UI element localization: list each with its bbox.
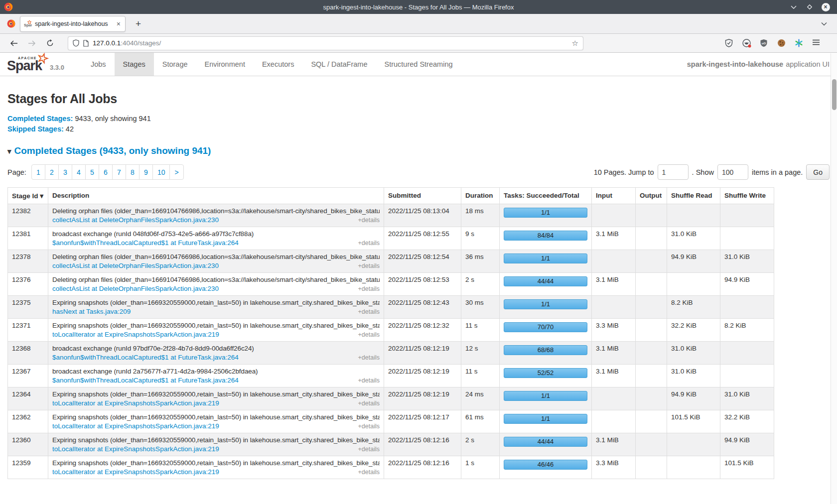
stages-table: Stage Id ▾ Description Submitted Duratio… (7, 187, 774, 479)
cookie-extension-icon[interactable] (777, 39, 786, 48)
stage-detail-link[interactable]: collectAsList at DeleteOrphanFilesSparkA… (52, 262, 219, 269)
page-button-1[interactable]: 1 (31, 164, 45, 180)
stage-detail-link[interactable]: toLocalIterator at ExpireSnapshotsSparkA… (52, 445, 219, 453)
page-button-8[interactable]: 8 (126, 164, 140, 180)
details-toggle[interactable]: +details (358, 308, 380, 315)
window-maximize-button[interactable] (805, 2, 814, 11)
stage-description: Expiring snapshots (older_than=166932055… (52, 413, 380, 421)
details-toggle[interactable]: +details (358, 285, 380, 292)
stage-detail-link[interactable]: $anonfun$withThreadLocalCaptured$1 at Fu… (52, 239, 239, 247)
nav-tab-stages[interactable]: Stages (115, 53, 154, 76)
stage-detail-link[interactable]: toLocalIterator at ExpireSnapshotsSparkA… (52, 468, 219, 476)
stage-detail-link[interactable]: $anonfun$withThreadLocalCaptured$1 at Fu… (52, 354, 239, 361)
spark-logo[interactable]: APACHE Spark ☆ 3.3.0 (0, 53, 71, 76)
colorful-asterisk-extension-icon[interactable] (795, 39, 804, 48)
header-input[interactable]: Input (592, 188, 636, 204)
nav-tab-sql-dataframe[interactable]: SQL / DataFrame (302, 53, 376, 76)
nav-tab-environment[interactable]: Environment (196, 53, 254, 76)
page-button-4[interactable]: 4 (72, 164, 86, 180)
details-toggle[interactable]: +details (358, 331, 380, 338)
page-button-5[interactable]: 5 (85, 164, 99, 180)
nav-tab-structured-streaming[interactable]: Structured Streaming (376, 53, 461, 76)
stage-id-cell: 12364 (8, 387, 48, 410)
page-button-2[interactable]: 2 (45, 164, 59, 180)
header-duration[interactable]: Duration (461, 188, 500, 204)
stage-detail-link[interactable]: toLocalIterator at ExpireSnapshotsSparkA… (52, 331, 219, 338)
details-toggle[interactable]: +details (358, 377, 380, 384)
stage-id-cell: 12382 (8, 204, 48, 227)
shuffle-read-cell: 32.2 KiB (667, 319, 720, 342)
page-info-icon[interactable] (83, 40, 89, 47)
stage-description: Expiring snapshots (older_than=166932055… (52, 459, 380, 467)
details-toggle[interactable]: +details (358, 262, 380, 269)
bookmark-star-icon[interactable]: ☆ (572, 39, 578, 48)
application-ui-label: spark-ingest-into-lakehouse application … (687, 53, 837, 76)
tasks-cell: 68/68 (500, 342, 592, 365)
shuffle-read-cell: 31.0 KiB (667, 365, 720, 387)
stage-description: Deleting orphan files (older_than=166910… (52, 276, 380, 283)
header-shuffle-write[interactable]: Shuffle Write (720, 188, 774, 204)
page-button-group: 12345678910> (31, 164, 184, 180)
stage-id-cell: 12381 (8, 227, 48, 250)
nav-tab-jobs[interactable]: Jobs (82, 53, 115, 76)
duration-cell: 18 ms (461, 204, 500, 227)
stage-detail-link[interactable]: hasNext at Tasks.java:209 (52, 308, 131, 315)
reload-button[interactable] (43, 36, 57, 50)
stage-row: 12359Expiring snapshots (older_than=1669… (8, 456, 774, 479)
page-button-10[interactable]: 10 (152, 164, 170, 180)
back-button[interactable] (7, 36, 21, 50)
page-button-7[interactable]: 7 (112, 164, 126, 180)
go-button[interactable]: Go (806, 164, 830, 180)
browser-toolbar: 127.0.0.1:4040/stages/ ☆ uO (0, 34, 837, 53)
details-toggle[interactable]: +details (358, 217, 380, 224)
input-cell: 3.1 MiB (592, 433, 636, 456)
stage-row: 12375Expiring snapshots (older_than=1669… (8, 296, 774, 319)
shield-check-extension-icon[interactable] (725, 39, 734, 48)
ublock-shield-extension-icon[interactable]: uO (760, 39, 769, 48)
menu-icon[interactable] (812, 39, 821, 48)
mask-extension-icon[interactable] (742, 39, 751, 48)
tracking-protection-shield-icon[interactable] (73, 39, 79, 47)
window-minimize-button[interactable] (789, 2, 798, 11)
nav-tab-executors[interactable]: Executors (254, 53, 302, 76)
stage-detail-link[interactable]: collectAsList at DeleteOrphanFilesSparkA… (52, 216, 219, 224)
items-per-page-input[interactable] (717, 164, 748, 180)
page-button-6[interactable]: 6 (99, 164, 113, 180)
header-submitted[interactable]: Submitted (384, 188, 461, 204)
duration-cell: 61 ms (461, 410, 500, 433)
stage-detail-link[interactable]: toLocalIterator at ExpireSnapshotsSparkA… (52, 422, 219, 430)
header-output[interactable]: Output (636, 188, 667, 204)
jump-to-page-input[interactable] (658, 164, 689, 180)
next-page-button[interactable]: > (169, 164, 183, 180)
page-button-9[interactable]: 9 (139, 164, 153, 180)
browser-tab[interactable]: Spark spark-ingest-into-lakehous × (20, 16, 126, 32)
header-stage-id[interactable]: Stage Id ▾ (8, 188, 48, 204)
stage-detail-link[interactable]: toLocalIterator at ExpireSnapshotsSparkA… (52, 399, 219, 407)
tasks-cell: 46/46 (500, 456, 592, 479)
details-toggle[interactable]: +details (358, 240, 380, 247)
header-shuffle-read[interactable]: Shuffle Read (667, 188, 720, 204)
stage-row: 12364Expiring snapshots (older_than=1669… (8, 387, 774, 410)
completed-stages-section-header[interactable]: ▾Completed Stages (9433, only showing 94… (7, 145, 830, 156)
url-text[interactable]: 127.0.0.1:4040/stages/ (93, 39, 161, 47)
forward-button[interactable] (25, 36, 39, 50)
nav-tab-storage[interactable]: Storage (154, 53, 196, 76)
scrollbar-thumb[interactable] (832, 79, 837, 110)
window-close-button[interactable]: × (821, 2, 830, 11)
stage-detail-link[interactable]: collectAsList at DeleteOrphanFilesSparkA… (52, 285, 219, 292)
vertical-scrollbar[interactable] (831, 53, 837, 504)
url-bar[interactable]: 127.0.0.1:4040/stages/ ☆ (68, 36, 583, 50)
details-toggle[interactable]: +details (358, 423, 380, 430)
tab-list-chevron-icon[interactable] (821, 22, 827, 26)
header-description[interactable]: Description (48, 188, 384, 204)
details-toggle[interactable]: +details (358, 446, 380, 453)
details-toggle[interactable]: +details (358, 400, 380, 407)
shuffle-read-cell: 31.0 KiB (667, 342, 720, 365)
stage-detail-link[interactable]: $anonfun$withThreadLocalCaptured$1 at Fu… (52, 377, 239, 384)
new-tab-button[interactable]: + (134, 18, 143, 29)
tab-close-icon[interactable]: × (116, 20, 122, 28)
details-toggle[interactable]: +details (358, 354, 380, 361)
header-tasks[interactable]: Tasks: Succeeded/Total (500, 188, 592, 204)
details-toggle[interactable]: +details (358, 469, 380, 476)
page-button-3[interactable]: 3 (58, 164, 72, 180)
